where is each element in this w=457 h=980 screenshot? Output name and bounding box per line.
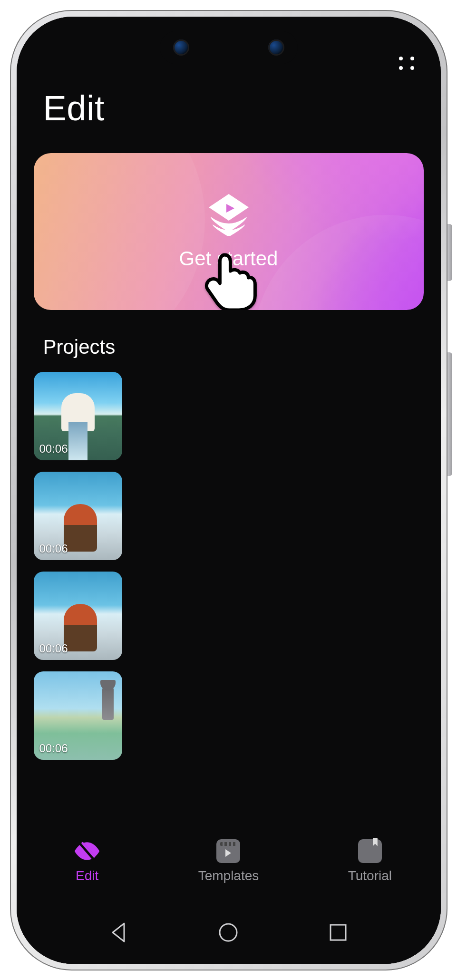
svg-rect-1 bbox=[331, 925, 346, 940]
project-more-icon[interactable] bbox=[394, 404, 413, 428]
project-card[interactable]: 00:0620210906-195629Last edited: 2021.09… bbox=[34, 372, 424, 460]
project-info: 20210906-195629Last edited: 2021.09.06 1… bbox=[113, 372, 424, 460]
project-duration: 00:06 bbox=[39, 642, 68, 655]
project-last-edited: Last edited: 2021.09.06 19:54 bbox=[134, 511, 412, 526]
front-camera bbox=[268, 39, 284, 56]
project-name: 20210906-195629 bbox=[134, 386, 412, 406]
project-more-icon[interactable] bbox=[394, 604, 413, 628]
project-duration: 00:06 bbox=[39, 542, 68, 555]
edit-icon bbox=[74, 838, 100, 864]
nav-back-icon[interactable] bbox=[108, 922, 130, 943]
project-size: 710.00KB bbox=[134, 732, 412, 747]
tab-label: Tutorial bbox=[348, 868, 392, 883]
front-camera bbox=[173, 39, 189, 56]
project-size: 219.58KB bbox=[134, 632, 412, 647]
project-last-edited: Last edited: 2021.08.25 11:39 bbox=[134, 711, 412, 726]
project-size: 238.88KB bbox=[134, 432, 412, 447]
hardware-button-volume bbox=[447, 352, 452, 476]
get-started-label: Get started bbox=[179, 247, 278, 270]
hardware-button-power bbox=[447, 224, 452, 281]
more-grid-icon[interactable] bbox=[397, 54, 416, 73]
project-thumbnail: 00:06 bbox=[34, 572, 122, 660]
tab-edit[interactable]: Edit bbox=[39, 838, 135, 883]
phone-frame: Edit Get started Projects 00:0620210906-… bbox=[10, 10, 447, 970]
app-screen: Edit Get started Projects 00:0620210906-… bbox=[17, 17, 441, 964]
bottom-tab-bar: Edit Templates Tutorial bbox=[17, 824, 441, 911]
tab-label: Templates bbox=[198, 868, 259, 883]
project-name: 20210906-195207 bbox=[134, 585, 412, 605]
project-thumbnail: 00:06 bbox=[34, 372, 122, 460]
project-card[interactable]: 00:0620210813-092635Last edited: 2021.08… bbox=[34, 671, 424, 760]
project-info: 20210813-092635Last edited: 2021.08.25 1… bbox=[113, 671, 424, 760]
layers-play-icon bbox=[205, 193, 253, 236]
project-card[interactable]: 00:0620210906-195308Last edited: 2021.09… bbox=[34, 472, 424, 560]
page-title: Edit bbox=[17, 88, 441, 147]
project-more-icon[interactable] bbox=[394, 704, 413, 728]
tab-templates[interactable]: Templates bbox=[181, 838, 276, 883]
templates-icon bbox=[215, 838, 242, 864]
projects-heading: Projects bbox=[17, 310, 441, 368]
svg-point-0 bbox=[220, 924, 237, 941]
projects-list: 00:0620210906-195629Last edited: 2021.09… bbox=[17, 368, 441, 824]
tab-tutorial[interactable]: Tutorial bbox=[322, 838, 418, 883]
project-last-edited: Last edited: 2021.09.06 19:56 bbox=[134, 411, 412, 427]
project-size: 219.58KB bbox=[134, 532, 412, 547]
tab-label: Edit bbox=[76, 868, 98, 883]
tutorial-icon bbox=[357, 838, 383, 864]
project-info: 20210906-195308Last edited: 2021.09.06 1… bbox=[113, 472, 424, 560]
project-duration: 00:06 bbox=[39, 442, 68, 456]
project-name: 20210813-092635 bbox=[134, 685, 412, 705]
project-name: 20210906-195308 bbox=[134, 485, 412, 505]
system-nav-bar bbox=[17, 911, 441, 964]
project-info: 20210906-195207Last edited: 2021.09.06 1… bbox=[113, 572, 424, 660]
project-card[interactable]: 00:0620210906-195207Last edited: 2021.09… bbox=[34, 572, 424, 660]
get-started-card[interactable]: Get started bbox=[34, 153, 424, 310]
notch bbox=[160, 31, 298, 64]
nav-home-icon[interactable] bbox=[217, 922, 239, 943]
nav-recent-icon[interactable] bbox=[327, 922, 349, 943]
project-thumbnail: 00:06 bbox=[34, 671, 122, 760]
project-last-edited: Last edited: 2021.09.06 19:52 bbox=[134, 611, 412, 626]
project-more-icon[interactable] bbox=[394, 504, 413, 528]
project-duration: 00:06 bbox=[39, 742, 68, 755]
project-thumbnail: 00:06 bbox=[34, 472, 122, 560]
